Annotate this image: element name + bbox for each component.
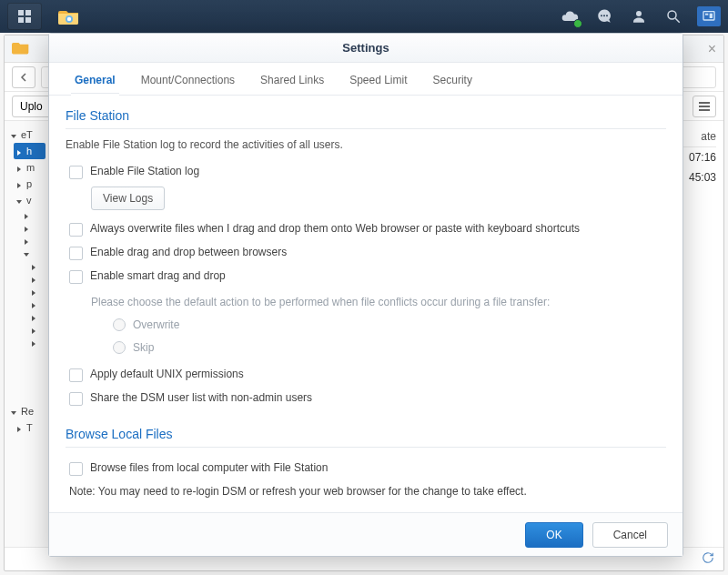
tree-item[interactable] bbox=[21, 234, 46, 247]
cancel-button[interactable]: Cancel bbox=[592, 522, 668, 548]
svg-rect-13 bbox=[705, 14, 708, 15]
tree-item[interactable] bbox=[21, 247, 46, 259]
label-share-userlist: Share the DSM user list with non-admin u… bbox=[90, 391, 312, 404]
upload-button[interactable]: Uplo bbox=[12, 96, 51, 117]
svg-rect-15 bbox=[699, 102, 710, 104]
cloud-status-icon[interactable] bbox=[559, 5, 581, 27]
tab-speed-limit[interactable]: Speed Limit bbox=[337, 66, 420, 95]
tree-label: Re bbox=[21, 406, 34, 417]
tab-general[interactable]: General bbox=[62, 66, 128, 95]
label-overwrite-drag: Always overwrite files when I drag and d… bbox=[90, 222, 580, 235]
svg-rect-12 bbox=[703, 12, 714, 20]
checkbox-unix-perms[interactable] bbox=[69, 368, 83, 382]
tree-item-active[interactable]: h bbox=[14, 143, 46, 159]
tree-item[interactable] bbox=[28, 310, 46, 323]
checkbox-browse-local[interactable] bbox=[69, 462, 83, 476]
ok-button[interactable]: OK bbox=[525, 522, 582, 548]
section-file-station-title: File Station bbox=[66, 108, 666, 129]
pinboard-icon[interactable] bbox=[697, 6, 721, 26]
tree-item[interactable] bbox=[21, 208, 46, 221]
conflict-help-text: Please choose the default action to be p… bbox=[91, 296, 550, 308]
tree-label: eT bbox=[21, 129, 33, 140]
folder-tree: eT h m p v bbox=[5, 121, 50, 547]
tree-item[interactable]: v bbox=[14, 192, 46, 208]
tree-label: p bbox=[26, 178, 32, 189]
dialog-footer: OK Cancel bbox=[49, 512, 682, 556]
label-browse-local: Browse files from local computer with Fi… bbox=[90, 461, 328, 474]
tree-item[interactable] bbox=[21, 221, 46, 234]
tree-item[interactable] bbox=[28, 272, 46, 285]
tree-item[interactable]: T bbox=[14, 419, 46, 436]
label-radio-skip: Skip bbox=[133, 341, 154, 354]
tree-label: v bbox=[26, 195, 32, 206]
label-radio-overwrite: Overwrite bbox=[133, 318, 179, 331]
svg-rect-2 bbox=[18, 17, 24, 23]
tab-shared-links[interactable]: Shared Links bbox=[248, 66, 337, 95]
checkbox-enable-log[interactable] bbox=[69, 166, 83, 179]
user-menu-icon[interactable] bbox=[628, 5, 650, 27]
tab-mount-connections[interactable]: Mount/Connections bbox=[128, 66, 248, 95]
svg-point-10 bbox=[668, 11, 676, 19]
settings-tabs: General Mount/Connections Shared Links S… bbox=[49, 63, 682, 96]
svg-line-11 bbox=[675, 18, 680, 23]
search-icon[interactable] bbox=[662, 5, 684, 27]
svg-rect-1 bbox=[25, 10, 31, 15]
browse-local-note: Note: You may need to re-login DSM or re… bbox=[69, 485, 527, 498]
view-list-button[interactable] bbox=[693, 96, 716, 117]
file-station-taskbar-button[interactable] bbox=[51, 4, 87, 29]
nav-back-button[interactable] bbox=[12, 66, 35, 88]
tree-item[interactable]: Re bbox=[8, 403, 46, 419]
tree-item[interactable] bbox=[28, 259, 46, 272]
label-drag-between: Enable drag and drop between browsers bbox=[90, 246, 287, 258]
svg-point-6 bbox=[601, 15, 602, 16]
svg-point-5 bbox=[67, 17, 71, 21]
tree-label: m bbox=[26, 162, 35, 173]
svg-point-7 bbox=[603, 15, 605, 16]
dialog-title: Settings bbox=[342, 41, 389, 55]
checkbox-smart-drag[interactable] bbox=[69, 270, 83, 284]
radio-overwrite bbox=[113, 318, 126, 331]
status-ok-badge bbox=[573, 19, 582, 28]
svg-point-9 bbox=[636, 11, 642, 16]
window-close-icon[interactable]: × bbox=[708, 41, 716, 57]
svg-rect-0 bbox=[18, 10, 24, 15]
settings-dialog: Settings General Mount/Connections Share… bbox=[48, 33, 683, 557]
svg-rect-16 bbox=[699, 106, 710, 107]
tree-item[interactable] bbox=[28, 298, 46, 310]
checkbox-overwrite-drag[interactable] bbox=[69, 223, 83, 237]
dialog-title-bar: Settings bbox=[49, 34, 682, 63]
apps-icon bbox=[14, 5, 35, 27]
tree-label: h bbox=[26, 146, 32, 156]
label-enable-log: Enable File Station log bbox=[90, 165, 199, 177]
file-station-help: Enable File Station log to record the ac… bbox=[66, 138, 666, 151]
tree-item[interactable]: eT bbox=[8, 126, 46, 143]
svg-rect-3 bbox=[25, 17, 31, 23]
tree-item[interactable] bbox=[28, 285, 46, 298]
section-browse-local-title: Browse Local Files bbox=[66, 427, 666, 448]
checkbox-share-userlist[interactable] bbox=[69, 392, 83, 406]
settings-panel[interactable]: File Station Enable File Station log to … bbox=[49, 96, 682, 512]
system-topbar bbox=[0, 0, 728, 33]
notifications-icon[interactable] bbox=[593, 5, 615, 27]
checkbox-drag-between[interactable] bbox=[69, 247, 83, 260]
tree-item[interactable]: m bbox=[14, 159, 46, 176]
refresh-button[interactable] bbox=[702, 551, 714, 567]
folder-icon bbox=[58, 5, 80, 27]
svg-point-8 bbox=[606, 15, 608, 16]
folder-small-icon bbox=[12, 40, 30, 57]
tree-label: T bbox=[26, 422, 33, 433]
apps-launcher-button[interactable] bbox=[7, 3, 42, 30]
tree-item[interactable] bbox=[28, 323, 46, 336]
tree-item[interactable]: p bbox=[14, 176, 46, 192]
tree-item[interactable] bbox=[28, 336, 46, 348]
label-unix-perms: Apply default UNIX permissions bbox=[90, 368, 244, 380]
radio-skip bbox=[113, 341, 126, 354]
view-logs-button[interactable]: View Logs bbox=[91, 187, 165, 210]
label-smart-drag: Enable smart drag and drop bbox=[90, 269, 226, 282]
tab-security[interactable]: Security bbox=[420, 66, 485, 95]
svg-rect-17 bbox=[699, 109, 710, 111]
svg-rect-14 bbox=[710, 14, 713, 18]
